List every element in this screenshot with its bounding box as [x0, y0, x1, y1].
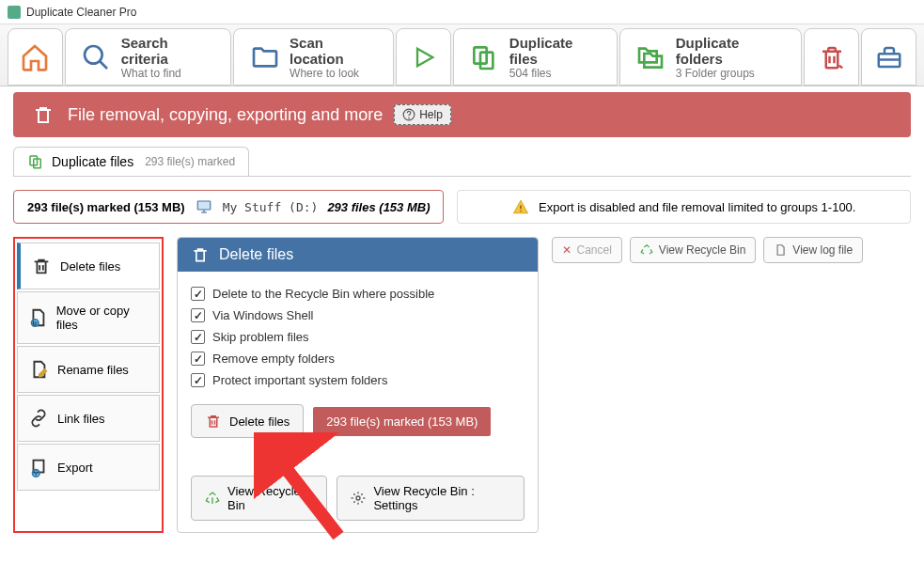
tab-home[interactable] — [8, 28, 63, 86]
view-rb-label: View Recycle Bin — [227, 484, 313, 512]
view-recycle-bin-button[interactable]: View Recycle Bin — [191, 476, 327, 521]
option-protect-system[interactable]: Protect important system folders — [191, 369, 525, 391]
trash-icon — [191, 245, 210, 264]
gear-icon — [351, 491, 366, 506]
sub-tab-duplicate-files[interactable]: Duplicate files 293 file(s) marked — [13, 147, 249, 176]
tab-duplicate-files[interactable]: Duplicate files 504 files — [453, 28, 618, 86]
tab-search-criteria[interactable]: Search criteria What to find — [65, 28, 231, 86]
svg-point-25 — [356, 496, 360, 500]
view-recycle-label: View Recycle Bin — [659, 243, 745, 257]
copy-icon — [27, 153, 44, 170]
divider — [13, 176, 911, 177]
tab-play[interactable] — [396, 28, 451, 86]
cancel-label: Cancel — [577, 243, 612, 257]
sub-tabbar: Duplicate files 293 file(s) marked — [13, 147, 911, 176]
trash-icon — [30, 255, 53, 277]
search-icon — [81, 41, 112, 73]
option-label: Skip problem files — [212, 330, 309, 344]
marked-badge: 293 file(s) marked (153 MB) — [313, 407, 491, 436]
svg-marker-2 — [417, 48, 432, 66]
option-windows-shell[interactable]: Via Windows Shell — [191, 305, 525, 326]
side-tab-move[interactable]: Move or copy files — [17, 291, 160, 344]
side-tab-rename[interactable]: Rename files — [17, 346, 160, 393]
home-icon — [20, 41, 51, 73]
view-recycle-bin-settings-button[interactable]: View Recycle Bin : Settings — [337, 476, 524, 521]
tab-title: Duplicate folders — [676, 35, 786, 67]
option-label: Remove empty folders — [212, 352, 335, 366]
side-tabs-container: Delete files Move or copy files Rename f… — [13, 237, 164, 533]
view-recycle-bin-button-right[interactable]: View Recycle Bin — [630, 237, 756, 263]
panel-header: Delete files — [178, 238, 538, 272]
delete-files-panel: Delete files Delete to the Recycle Bin w… — [177, 237, 539, 533]
tab-sub: Where to look — [290, 67, 359, 80]
tab-sub: 504 files — [509, 67, 552, 80]
recycle-action-row: View Recycle Bin View Recycle Bin : Sett… — [191, 476, 525, 521]
side-tab-link[interactable]: Link files — [17, 395, 160, 442]
side-tab-label: Delete files — [60, 259, 120, 274]
recycle-icon — [205, 491, 220, 506]
trash-icon — [30, 102, 56, 128]
tab-tools[interactable] — [861, 28, 916, 86]
option-remove-empty[interactable]: Remove empty folders — [191, 348, 525, 369]
sub-tab-count: 293 file(s) marked — [145, 155, 235, 168]
checkbox-icon[interactable] — [191, 287, 205, 301]
marked-info-box: 293 file(s) marked (153 MB) My Stuff (D:… — [13, 190, 444, 224]
tab-duplicate-folders[interactable]: Duplicate folders 3 Folder groups — [619, 28, 802, 86]
option-recycle-bin[interactable]: Delete to the Recycle Bin where possible — [191, 283, 525, 305]
tab-title: Search criteria — [121, 35, 216, 67]
tab-title: Duplicate files — [509, 35, 602, 67]
badge-text: 293 file(s) marked (153 MB) — [326, 414, 478, 429]
side-tab-label: Link files — [57, 412, 105, 426]
option-label: Delete to the Recycle Bin where possible — [212, 287, 434, 301]
side-tab-label: Export — [57, 461, 93, 475]
tab-scan-location[interactable]: Scan location Where to look — [233, 28, 394, 86]
rename-icon — [27, 358, 50, 381]
side-tab-export[interactable]: Export — [17, 444, 160, 491]
trash-icon — [205, 413, 222, 430]
option-skip-problem[interactable]: Skip problem files — [191, 326, 525, 348]
tab-title: Scan location — [290, 35, 378, 67]
delete-files-button[interactable]: Delete files — [191, 404, 304, 438]
help-button[interactable]: Help — [394, 104, 451, 125]
main-row: Delete files Move or copy files Rename f… — [13, 237, 911, 533]
svg-point-17 — [520, 211, 522, 212]
section-title: File removal, copying, exporting and mor… — [68, 105, 383, 125]
side-tab-label: Rename files — [57, 363, 129, 377]
window-title: Duplicate Cleaner Pro — [26, 6, 136, 19]
file-icon — [774, 243, 787, 257]
right-buttons: ✕ Cancel View Recycle Bin View log file — [552, 237, 912, 263]
trash-icon — [816, 41, 847, 73]
warning-box: Export is disabled and file removal limi… — [457, 190, 911, 224]
folder-icon — [249, 41, 280, 73]
link-icon — [27, 407, 50, 430]
help-icon — [402, 108, 415, 121]
option-label: Via Windows Shell — [212, 308, 313, 322]
right-column: ✕ Cancel View Recycle Bin View log file — [552, 237, 912, 533]
duplicate-folders-icon — [635, 41, 666, 73]
tab-sub: What to find — [121, 67, 181, 80]
view-rb-settings-label: View Recycle Bin : Settings — [373, 484, 509, 512]
panel-body: Delete to the Recycle Bin where possible… — [178, 272, 538, 532]
info-row: 293 file(s) marked (153 MB) My Stuff (D:… — [13, 190, 911, 224]
tab-removal[interactable] — [804, 28, 859, 86]
help-label: Help — [419, 108, 443, 121]
side-tab-delete[interactable]: Delete files — [17, 242, 160, 289]
svg-rect-13 — [197, 201, 211, 210]
delete-action-row: Delete files 293 file(s) marked (153 MB) — [191, 404, 525, 438]
svg-line-1 — [100, 61, 107, 69]
checkbox-icon[interactable] — [191, 330, 205, 344]
option-label: Protect important system folders — [212, 373, 387, 387]
svg-point-10 — [409, 117, 410, 118]
warning-icon — [512, 198, 529, 215]
checkbox-icon[interactable] — [191, 308, 205, 322]
view-log-button[interactable]: View log file — [763, 237, 863, 263]
checkbox-icon[interactable] — [191, 352, 205, 366]
cancel-button[interactable]: ✕ Cancel — [552, 237, 622, 263]
marked-info: 293 file(s) marked (153 MB) — [27, 200, 185, 214]
warning-text: Export is disabled and file removal limi… — [539, 200, 855, 214]
close-icon: ✕ — [562, 243, 572, 257]
side-tab-label: Move or copy files — [56, 304, 149, 332]
toolbox-icon — [873, 41, 904, 73]
checkbox-icon[interactable] — [191, 373, 205, 387]
delete-btn-label: Delete files — [229, 414, 290, 429]
